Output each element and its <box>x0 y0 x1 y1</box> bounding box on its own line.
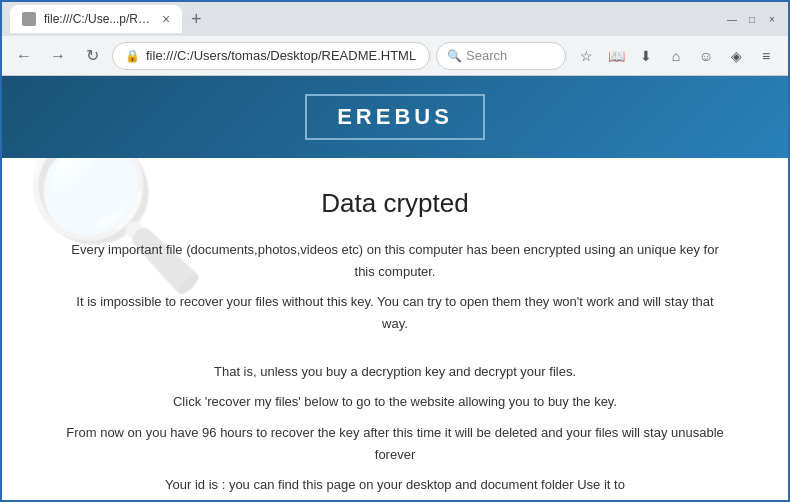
page-content: 🔍 EREBUS Data crypted Every important fi… <box>2 76 788 500</box>
address-bar: ← → ↻ 🔒 file:///C:/Users/tomas/Desktop/R… <box>2 36 788 76</box>
menu-icon[interactable]: ≡ <box>752 42 780 70</box>
tab-favicon-icon <box>22 12 36 26</box>
reading-mode-icon[interactable]: 📖 <box>602 42 630 70</box>
tab-close-icon[interactable]: × <box>162 12 170 26</box>
account-icon[interactable]: ☺ <box>692 42 720 70</box>
window-controls: — □ × <box>724 11 780 27</box>
search-icon: 🔍 <box>447 49 462 63</box>
pocket-icon[interactable]: ◈ <box>722 42 750 70</box>
paragraph-4: Click 'recover my files' below to go to … <box>62 391 728 413</box>
back-button[interactable]: ← <box>10 42 38 70</box>
paragraph-3: That is, unless you buy a decryption key… <box>62 361 728 383</box>
minimize-button[interactable]: — <box>724 11 740 27</box>
maximize-button[interactable]: □ <box>744 11 760 27</box>
download-icon[interactable]: ⬇ <box>632 42 660 70</box>
search-placeholder: Search <box>466 48 507 63</box>
new-tab-button[interactable]: + <box>182 5 210 33</box>
browser-tab[interactable]: file:///C:/Use...p/README.HTML × <box>10 5 182 33</box>
erebus-header: EREBUS <box>2 76 788 158</box>
tab-title: file:///C:/Use...p/README.HTML <box>44 12 154 26</box>
paragraph-2: It is impossible to recover your files w… <box>62 291 728 335</box>
main-title: Data crypted <box>62 188 728 219</box>
paragraph-6: Your id is : you can find this page on y… <box>62 474 728 496</box>
erebus-title: EREBUS <box>305 94 485 140</box>
paragraph-1: Every important file (documents,photos,v… <box>62 239 728 283</box>
url-text: file:///C:/Users/tomas/Desktop/README.HT… <box>146 48 417 63</box>
forward-button[interactable]: → <box>44 42 72 70</box>
bookmark-icon[interactable]: ☆ <box>572 42 600 70</box>
title-bar: file:///C:/Use...p/README.HTML × + — □ × <box>2 2 788 36</box>
url-bar[interactable]: 🔒 file:///C:/Users/tomas/Desktop/README.… <box>112 42 430 70</box>
close-button[interactable]: × <box>764 11 780 27</box>
home-icon[interactable]: ⌂ <box>662 42 690 70</box>
refresh-button[interactable]: ↻ <box>78 42 106 70</box>
lock-icon: 🔒 <box>125 49 140 63</box>
paragraph-5: From now on you have 96 hours to recover… <box>62 422 728 466</box>
search-box[interactable]: 🔍 Search <box>436 42 566 70</box>
content-body: Data crypted Every important file (docum… <box>2 158 788 500</box>
toolbar-icons: ☆ 📖 ⬇ ⌂ ☺ ◈ ≡ <box>572 42 780 70</box>
browser-window: file:///C:/Use...p/README.HTML × + — □ ×… <box>0 0 790 502</box>
tab-bar: file:///C:/Use...p/README.HTML × + <box>10 5 720 33</box>
